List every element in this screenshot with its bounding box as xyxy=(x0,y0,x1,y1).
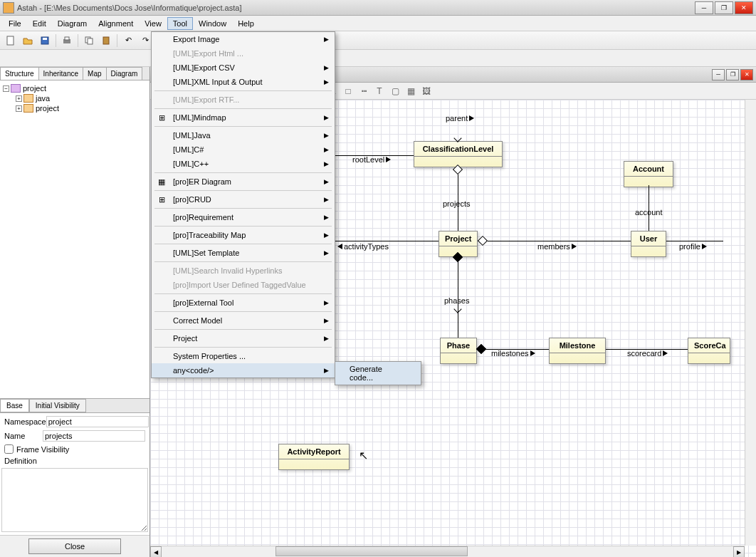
menu-system-properties[interactable]: System Properties ... xyxy=(152,349,335,363)
diagram-maximize-button[interactable]: ❐ xyxy=(726,69,739,80)
assoc-label: members xyxy=(537,242,577,251)
menu-requirement[interactable]: [pro]Requirement▶ xyxy=(152,210,335,224)
undo-button[interactable]: ↶ xyxy=(120,33,136,48)
assoc-label: phases xyxy=(444,296,469,305)
class-scorecard[interactable]: ScoreCa xyxy=(688,338,730,364)
properties-panel: Namespace Name Frame Visibility Definiti… xyxy=(0,413,149,535)
mindmap-icon: ⊞ xyxy=(156,112,167,123)
menu-anycode[interactable]: any<code/>▶ Generate code... xyxy=(152,363,335,378)
maximize-button[interactable]: ❐ xyxy=(715,1,733,14)
tab-inheritance[interactable]: Inheritance xyxy=(38,67,83,80)
tab-base[interactable]: Base xyxy=(0,399,29,412)
er-icon: ▦ xyxy=(156,176,167,187)
assoc-label: scorecard xyxy=(627,349,668,358)
print-button[interactable] xyxy=(59,33,75,48)
menu-cpp[interactable]: [UML]C++▶ xyxy=(152,157,335,171)
tree-item[interactable]: project xyxy=(36,104,59,113)
menu-file[interactable]: File xyxy=(3,17,27,30)
menu-set-template[interactable]: [UML]Set Template▶ xyxy=(152,246,335,260)
definition-textarea[interactable] xyxy=(1,468,148,532)
menu-mindmap[interactable]: ⊞[UML]Mindmap▶ xyxy=(152,110,335,125)
title-bar: Astah - [E:\Mes Documents\Docs Jose\Info… xyxy=(0,0,756,16)
menu-bar: File Edit Diagram Alignment View Tool Wi… xyxy=(0,16,756,31)
app-icon xyxy=(3,2,14,14)
assoc-label: account xyxy=(635,208,663,217)
expand-icon[interactable]: − xyxy=(3,85,9,92)
tool-btn[interactable]: ┅ xyxy=(357,84,371,98)
open-button[interactable] xyxy=(20,33,36,48)
class-classificationlevel[interactable]: ClassificationLevel xyxy=(414,141,503,167)
class-user[interactable]: User xyxy=(631,231,666,257)
tab-map[interactable]: Map xyxy=(83,67,106,80)
menu-view[interactable]: View xyxy=(139,17,167,30)
menu-import-tagged: [pro]Import User Defined TaggedValue xyxy=(152,278,335,292)
tool-btn[interactable]: 🖼 xyxy=(419,84,434,98)
assoc-label: rootLevel xyxy=(352,155,391,164)
save-button[interactable] xyxy=(37,33,53,48)
menu-external-tool[interactable]: [pro]External Tool▶ xyxy=(152,296,335,310)
menu-correct-model[interactable]: Correct Model▶ xyxy=(152,313,335,328)
horizontal-scrollbar[interactable]: ◀ ▶ xyxy=(150,546,745,557)
menu-tool[interactable]: Tool xyxy=(167,17,193,30)
close-button[interactable]: ✕ xyxy=(735,1,753,14)
class-activityreport[interactable]: ActivityReport xyxy=(278,444,350,470)
tool-btn[interactable]: ▢ xyxy=(388,84,402,98)
expand-icon[interactable]: + xyxy=(16,105,22,112)
copy-button[interactable] xyxy=(81,33,97,48)
vertical-scrollbar[interactable] xyxy=(745,100,756,546)
svg-rect-2 xyxy=(43,38,47,40)
assoc-label: activityTypes xyxy=(337,242,389,251)
menu-traceability[interactable]: [pro]Traceability Map▶ xyxy=(152,228,335,242)
name-label: Name xyxy=(4,432,43,440)
tree-item[interactable]: java xyxy=(36,94,50,103)
tab-diagram[interactable]: Diagram xyxy=(106,67,143,80)
class-phase[interactable]: Phase xyxy=(440,338,477,364)
search-row xyxy=(0,50,756,67)
menu-alignment[interactable]: Alignment xyxy=(93,17,139,30)
name-field[interactable] xyxy=(43,430,145,442)
tree-root[interactable]: project xyxy=(23,84,46,93)
anycode-submenu: Generate code... xyxy=(335,361,421,385)
tab-structure[interactable]: Structure xyxy=(0,67,39,80)
menu-java[interactable]: [UML]Java▶ xyxy=(152,128,335,142)
paste-button[interactable] xyxy=(98,33,114,48)
menu-crud[interactable]: ⊞[pro]CRUD▶ xyxy=(152,192,335,207)
text-tool[interactable]: T xyxy=(372,84,387,98)
menu-xml-io[interactable]: [UML]XML Input & Output▶ xyxy=(152,75,335,89)
menu-export-csv[interactable]: [UML]Export CSV▶ xyxy=(152,61,335,75)
class-account[interactable]: Account xyxy=(624,161,673,187)
menu-project[interactable]: Project▶ xyxy=(152,331,335,345)
menu-export-html: [UML]Export Html ... xyxy=(152,46,335,61)
menu-csharp[interactable]: [UML]C#▶ xyxy=(152,142,335,157)
menu-search-hyperlinks: [UML]Search Invalid Hyperlinks xyxy=(152,264,335,278)
minimize-button[interactable]: ─ xyxy=(695,1,713,14)
menu-window[interactable]: Window xyxy=(193,17,232,30)
crud-icon: ⊞ xyxy=(156,194,167,205)
svg-rect-4 xyxy=(65,37,69,40)
tool-btn[interactable]: ▦ xyxy=(404,84,418,98)
menu-diagram[interactable]: Diagram xyxy=(52,17,93,30)
assoc-label: projects xyxy=(443,199,471,208)
menu-edit[interactable]: Edit xyxy=(27,17,52,30)
assoc-label: parent xyxy=(446,114,474,123)
menu-export-image[interactable]: Export Image▶ xyxy=(152,32,335,46)
expand-icon[interactable]: + xyxy=(16,95,22,102)
class-milestone[interactable]: Milestone xyxy=(549,338,606,364)
svg-rect-0 xyxy=(7,36,14,45)
menu-export-rtf: [UML]Export RTF... xyxy=(152,93,335,107)
package-icon xyxy=(11,84,21,93)
tool-btn[interactable]: □ xyxy=(341,84,355,98)
assoc-label: milestones xyxy=(491,349,535,358)
diagram-minimize-button[interactable]: ─ xyxy=(712,69,725,80)
menu-help[interactable]: Help xyxy=(232,17,260,30)
tree-view[interactable]: − project + java + project xyxy=(0,80,149,398)
menu-generate-code[interactable]: Generate code... xyxy=(335,362,421,385)
menu-er-diagram[interactable]: ▦[pro]ER Diagram▶ xyxy=(152,175,335,189)
diagram-close-button[interactable]: ✕ xyxy=(740,69,753,80)
tab-initial-visibility[interactable]: Initial Visibility xyxy=(29,399,86,412)
close-props-button[interactable]: Close xyxy=(28,538,121,554)
folder-icon xyxy=(23,104,33,113)
namespace-field[interactable] xyxy=(46,416,149,427)
new-button[interactable] xyxy=(3,33,19,48)
frame-visibility-checkbox[interactable] xyxy=(4,444,14,454)
